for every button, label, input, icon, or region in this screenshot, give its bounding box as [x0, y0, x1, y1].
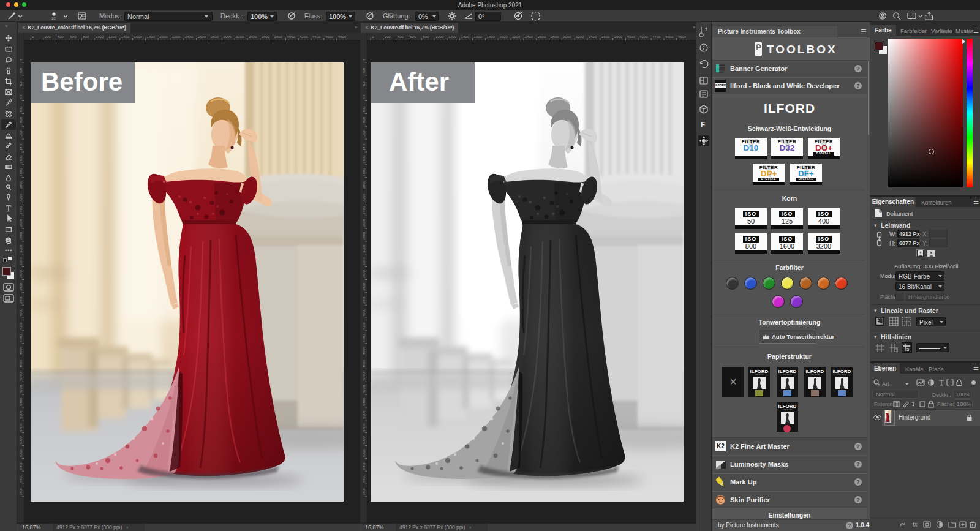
svg-text:3600: 3600	[362, 282, 366, 291]
svg-text:2200: 2200	[19, 193, 23, 201]
svg-text:2600: 2600	[538, 35, 546, 39]
svg-text:400: 400	[58, 35, 64, 39]
svg-text:2200: 2200	[512, 35, 521, 39]
svg-text:4000: 4000	[19, 308, 23, 317]
svg-text:600: 600	[410, 35, 417, 39]
svg-text:3800: 3800	[362, 295, 366, 304]
svg-text:3200: 3200	[576, 35, 584, 39]
svg-text:3600: 3600	[19, 282, 23, 291]
svg-text:1600: 1600	[362, 155, 366, 164]
svg-text:4600: 4600	[362, 346, 366, 355]
svg-text:4000: 4000	[627, 35, 635, 39]
svg-text:1800: 1800	[146, 35, 155, 39]
svg-text:5800: 5800	[19, 423, 23, 432]
svg-text:4400: 4400	[312, 35, 321, 39]
svg-text:200: 200	[19, 67, 23, 74]
svg-text:F: F	[701, 121, 705, 129]
svg-text:4800: 4800	[678, 35, 687, 39]
svg-text:3800: 3800	[274, 35, 283, 39]
svg-text:1400: 1400	[461, 35, 470, 39]
svg-text:1000: 1000	[96, 35, 104, 39]
svg-text:3200: 3200	[362, 257, 366, 266]
svg-text:600: 600	[70, 35, 77, 39]
svg-text:3200: 3200	[19, 257, 23, 266]
svg-text:1800: 1800	[362, 168, 366, 176]
svg-text:200: 200	[362, 67, 366, 74]
svg-text:4400: 4400	[652, 35, 661, 39]
svg-text:4200: 4200	[300, 35, 308, 39]
svg-text:4000: 4000	[287, 35, 295, 39]
svg-text:5000: 5000	[19, 372, 23, 380]
svg-text:6000: 6000	[19, 435, 23, 444]
svg-text:3400: 3400	[249, 35, 257, 39]
svg-text:4600: 4600	[325, 35, 334, 39]
svg-text:4400: 4400	[19, 334, 23, 342]
svg-text:0: 0	[19, 59, 23, 61]
svg-text:3400: 3400	[362, 269, 366, 278]
svg-text:1000: 1000	[435, 35, 444, 39]
svg-text:2400: 2400	[362, 206, 366, 214]
svg-text:5000: 5000	[362, 372, 366, 380]
svg-text:800: 800	[19, 106, 23, 113]
svg-text:5600: 5600	[19, 410, 23, 419]
svg-text:4200: 4200	[19, 321, 23, 330]
svg-text:5400: 5400	[19, 397, 23, 406]
svg-text:2400: 2400	[19, 206, 23, 214]
svg-text:1200: 1200	[19, 129, 23, 138]
svg-text:5800: 5800	[362, 423, 366, 432]
svg-text:5: 5	[907, 347, 910, 352]
svg-text:4800: 4800	[19, 359, 23, 367]
svg-text:4200: 4200	[362, 321, 366, 330]
svg-text:6800: 6800	[19, 487, 23, 495]
svg-text:3800: 3800	[19, 295, 23, 304]
svg-text:2000: 2000	[159, 35, 168, 39]
svg-text:6400: 6400	[362, 461, 366, 470]
svg-text:0: 0	[32, 35, 34, 39]
svg-text:2800: 2800	[551, 35, 559, 39]
svg-text:400: 400	[362, 80, 366, 87]
svg-text:1600: 1600	[474, 35, 483, 39]
svg-text:1400: 1400	[362, 142, 366, 151]
svg-text:1600: 1600	[134, 35, 143, 39]
svg-text:10: 10	[51, 17, 56, 20]
svg-text:2600: 2600	[362, 219, 366, 227]
svg-text:2400: 2400	[185, 35, 194, 39]
svg-text:6200: 6200	[362, 448, 366, 457]
svg-text:6600: 6600	[19, 474, 23, 483]
svg-text:2800: 2800	[19, 232, 23, 240]
svg-text:3800: 3800	[614, 35, 623, 39]
svg-text:0: 0	[362, 59, 366, 61]
svg-text:1000: 1000	[362, 116, 366, 125]
svg-text:2000: 2000	[499, 35, 508, 39]
svg-text:1000: 1000	[19, 116, 23, 125]
svg-text:3200: 3200	[236, 35, 244, 39]
svg-text:600: 600	[19, 93, 23, 100]
svg-text:6000: 6000	[362, 435, 366, 444]
svg-text:1800: 1800	[19, 168, 23, 176]
svg-text:1400: 1400	[121, 35, 130, 39]
svg-text:4000: 4000	[362, 308, 366, 317]
svg-text:1200: 1200	[362, 129, 366, 138]
svg-text:6600: 6600	[362, 474, 366, 483]
svg-text:3000: 3000	[223, 35, 232, 39]
svg-text:400: 400	[398, 35, 404, 39]
svg-text:3400: 3400	[19, 269, 23, 278]
svg-text:0: 0	[372, 35, 374, 39]
svg-text:2600: 2600	[19, 219, 23, 227]
svg-text:3000: 3000	[19, 244, 23, 253]
svg-text:2200: 2200	[172, 35, 181, 39]
svg-text:2200: 2200	[362, 193, 366, 201]
svg-text:1400: 1400	[19, 142, 23, 151]
svg-text:400: 400	[19, 80, 23, 87]
svg-text:800: 800	[83, 35, 89, 39]
svg-text:2000: 2000	[19, 180, 23, 189]
svg-text:2000: 2000	[362, 180, 366, 189]
svg-text:4400: 4400	[362, 334, 366, 342]
svg-text:3600: 3600	[601, 35, 610, 39]
svg-text:1200: 1200	[108, 35, 117, 39]
svg-text:fx: fx	[913, 521, 918, 528]
svg-text:2800: 2800	[211, 35, 219, 39]
svg-text:3000: 3000	[563, 35, 571, 39]
svg-text:4200: 4200	[639, 35, 648, 39]
svg-text:3400: 3400	[589, 35, 597, 39]
